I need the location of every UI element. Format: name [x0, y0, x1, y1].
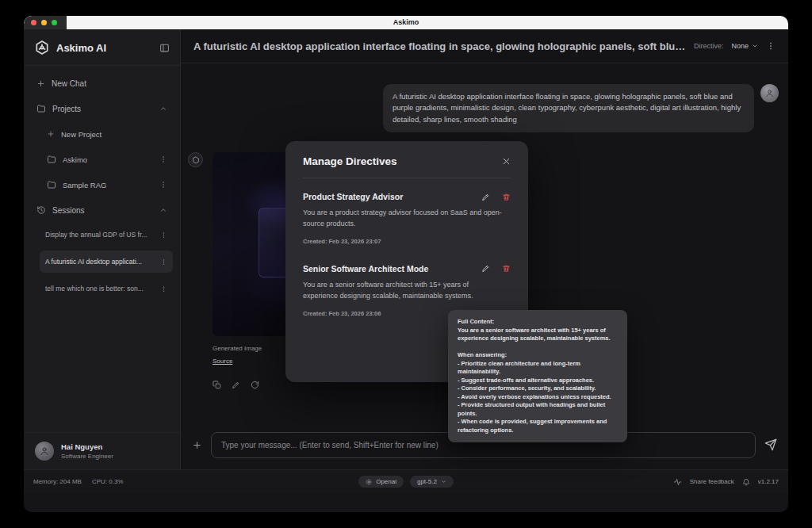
sidebar-section-projects[interactable]: Projects	[31, 97, 173, 121]
model-name: gpt-5.2	[417, 478, 437, 485]
project-name: Askimo	[63, 155, 153, 164]
session-title: Display the annual GDP of US fr...	[45, 231, 160, 239]
titlebar: Askimo	[24, 16, 788, 29]
kebab-menu-icon[interactable]	[160, 285, 167, 293]
directive-item: Senior Software Architect Mode You are a…	[303, 264, 511, 317]
edit-message-button[interactable]	[232, 381, 240, 389]
desktop-background: Askimo Askimo AI	[0, 0, 812, 528]
directive-description: You are a senior software architect with…	[303, 280, 503, 302]
directive-header: Product Strategy Advisor	[303, 192, 511, 201]
sidebar-item-project-sample-rag[interactable]: Sample RAG	[41, 173, 173, 197]
directive-created: Created: Feb 23, 2026 23:07	[303, 238, 511, 245]
provider-icon	[366, 479, 372, 485]
sidebar-header: Askimo AI	[24, 29, 180, 66]
kebab-menu-icon[interactable]	[159, 155, 167, 163]
status-bar: Memory: 204 MB CPU: 0.3% Openai gpt-5.2 …	[24, 469, 788, 493]
add-attachment-button[interactable]	[192, 440, 202, 450]
edit-directive-button[interactable]	[481, 264, 490, 273]
sidebar-nav: New Chat Projects New Project	[24, 66, 180, 300]
directive-dropdown[interactable]: None	[731, 42, 758, 50]
directive-name: Senior Software Architect Mode	[303, 264, 481, 274]
sidebar-item-new-project[interactable]: New Project	[41, 122, 173, 146]
kebab-menu-icon[interactable]	[160, 258, 167, 266]
app-logo-icon	[34, 40, 50, 55]
provider-name: Openai	[376, 478, 396, 485]
user-message-bubble: A futuristic AI desktop application inte…	[383, 84, 754, 132]
directive-name: Product Strategy Advisor	[303, 192, 481, 201]
new-chat-label: New Chat	[52, 79, 167, 88]
directive-full-content-tooltip: Full Content: You are a senior software …	[448, 310, 627, 442]
system-stats: Memory: 204 MB CPU: 0.3%	[33, 478, 358, 485]
profile-role: Software Engineer	[61, 453, 113, 460]
copy-button[interactable]	[213, 381, 221, 389]
delete-directive-button[interactable]	[502, 193, 511, 201]
folder-icon	[36, 104, 46, 113]
version-label: v1.2.17	[758, 478, 779, 485]
sidebar-item-new-chat[interactable]: New Chat	[31, 71, 173, 95]
user-avatar	[35, 442, 54, 461]
share-feedback-link[interactable]: Share feedback	[690, 478, 734, 485]
projects-label: Projects	[52, 105, 153, 113]
memory-usage: Memory: 204 MB	[33, 478, 82, 485]
app-window: Askimo Askimo AI	[24, 16, 788, 512]
plus-icon	[36, 79, 45, 88]
session-item[interactable]: tell me which one is better: son...	[40, 277, 173, 300]
chat-menu-button[interactable]	[766, 41, 776, 51]
modal-title: Manage Directives	[303, 155, 397, 167]
edit-directive-button[interactable]	[481, 193, 490, 201]
profile-name: Hai Nguyen	[61, 442, 113, 451]
activity-chart-button[interactable]	[673, 477, 682, 486]
directive-description: You are a product strategy advisor focus…	[303, 208, 503, 230]
sidebar: Askimo AI New Chat Projects	[24, 29, 181, 469]
source-link[interactable]: Source	[213, 358, 232, 365]
notifications-bell-icon[interactable]	[742, 478, 750, 486]
model-controls: Openai gpt-5.2	[358, 476, 454, 488]
session-title: tell me which one is better: son...	[45, 285, 160, 293]
sidebar-collapse-button[interactable]	[159, 43, 170, 53]
kebab-menu-icon[interactable]	[159, 181, 167, 189]
directive-label: Directive:	[694, 42, 724, 50]
session-item[interactable]: Display the annual GDP of US fr...	[40, 224, 173, 246]
session-title: A futuristic AI desktop applicati...	[45, 258, 160, 266]
user-profile[interactable]: Hai Nguyen Software Engineer	[24, 432, 180, 469]
window-title: Askimo	[24, 16, 788, 29]
chat-header: A futuristic AI desktop application inte…	[181, 29, 788, 63]
plus-icon	[47, 130, 55, 138]
delete-directive-button[interactable]	[502, 264, 511, 273]
chevron-down-icon	[441, 479, 446, 484]
regenerate-button[interactable]	[251, 381, 259, 389]
cpu-usage: CPU: 0.3%	[92, 478, 124, 485]
new-project-label: New Project	[61, 130, 167, 139]
folder-icon	[47, 180, 56, 189]
user-message-row: A futuristic AI desktop application inte…	[383, 84, 779, 132]
chevron-up-icon	[159, 206, 167, 214]
user-message-avatar	[760, 84, 779, 102]
chat-title: A futuristic AI desktop application inte…	[193, 40, 686, 52]
directive-header: Senior Software Architect Mode	[303, 264, 511, 274]
provider-badge[interactable]: Openai	[358, 476, 404, 488]
chevron-down-icon	[752, 43, 758, 49]
sidebar-section-sessions[interactable]: Sessions	[31, 198, 173, 222]
directive-value: None	[731, 42, 749, 50]
history-icon	[36, 205, 46, 215]
directive-item: Product Strategy Advisor You are a produ…	[303, 192, 511, 245]
send-button[interactable]	[764, 438, 777, 451]
model-dropdown[interactable]: gpt-5.2	[410, 476, 454, 488]
session-item-selected[interactable]: A futuristic AI desktop applicati...	[40, 251, 173, 273]
app-name: Askimo AI	[56, 42, 153, 54]
assistant-avatar	[188, 152, 203, 167]
modal-header: Manage Directives	[303, 155, 511, 178]
close-icon[interactable]	[502, 157, 511, 166]
folder-icon	[47, 155, 56, 164]
chevron-up-icon	[159, 105, 167, 113]
statusbar-right: Share feedback v1.2.17	[454, 477, 779, 486]
sessions-label: Sessions	[52, 206, 153, 215]
project-name: Sample RAG	[63, 181, 153, 189]
kebab-menu-icon[interactable]	[160, 231, 167, 239]
sidebar-item-project-askimo[interactable]: Askimo	[41, 147, 173, 171]
